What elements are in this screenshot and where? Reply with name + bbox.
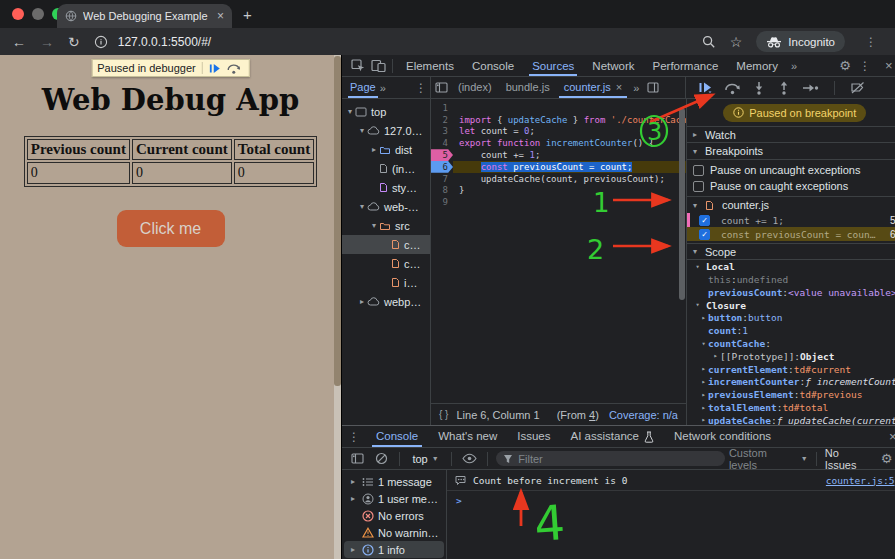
zoom-icon[interactable]: [702, 35, 716, 49]
more-tabs-chevron[interactable]: »: [787, 60, 801, 72]
devtools-menu-icon[interactable]: ⋮: [853, 59, 877, 73]
scope-prop-currentelement[interactable]: ▸currentElement: td#current: [687, 363, 895, 376]
scope-prop-button[interactable]: ▸button: button: [687, 312, 895, 325]
filter-box[interactable]: [496, 451, 725, 466]
coverage-link[interactable]: Coverage: n/a: [609, 409, 678, 421]
console-tab-issues[interactable]: Issues: [507, 426, 560, 447]
step-over-icon[interactable]: [227, 63, 241, 74]
line-number[interactable]: 7: [431, 173, 453, 185]
breakpoint-row-6[interactable]: ✓const previousCount = coun…6: [687, 227, 895, 241]
scope-prop-updatecache[interactable]: ▸updateCache: ƒ updateCache(currentC: [687, 414, 895, 425]
console-message-source-link[interactable]: counter.js:5: [826, 475, 895, 486]
tree-item-sty[interactable]: sty…: [342, 178, 430, 197]
tree-item-top[interactable]: ▾top: [342, 102, 430, 121]
console-sidebar-1-info[interactable]: ▸1 info: [344, 541, 444, 558]
back-button[interactable]: ←: [12, 34, 26, 50]
step-into-button[interactable]: [752, 81, 766, 95]
file-tabs-more-chevron[interactable]: »: [629, 82, 643, 94]
console-tab-network-conditions[interactable]: Network conditions: [664, 426, 781, 447]
forward-button[interactable]: →: [40, 34, 54, 50]
open-editor-icon[interactable]: [643, 82, 663, 93]
scope-prop-count[interactable]: count: 1: [687, 324, 895, 337]
click-me-button[interactable]: Click me: [117, 210, 225, 247]
breakpoint-row-5[interactable]: ✓count += 1;5: [687, 213, 895, 227]
tab-close-icon[interactable]: ×: [217, 9, 224, 23]
scope-prop-countcache[interactable]: ▾countCache:: [687, 337, 895, 350]
file-tab-close-icon[interactable]: ×: [616, 77, 622, 98]
scope-prop-previouscount[interactable]: previousCount: <value unavailable>: [687, 286, 895, 299]
breakpoints-section[interactable]: ▾ Breakpoints: [687, 143, 895, 160]
tree-item-web[interactable]: ▾web-…: [342, 197, 430, 216]
file-tab-bundle-js[interactable]: bundle.js: [499, 77, 557, 98]
step-button[interactable]: [802, 81, 819, 95]
browser-menu-icon[interactable]: ⋮: [859, 35, 883, 49]
step-over-button[interactable]: [724, 81, 741, 95]
console-tab-console[interactable]: Console: [366, 426, 428, 447]
bookmark-star-icon[interactable]: ☆: [730, 34, 743, 50]
scope-prop-prototype[interactable]: ▸[[Prototype]]: Object: [687, 350, 895, 363]
braces-icon[interactable]: { }: [439, 409, 448, 420]
line-number[interactable]: 8: [431, 185, 453, 197]
settings-gear-icon[interactable]: ⚙: [839, 58, 851, 73]
tree-item-dist[interactable]: ▸dist: [342, 140, 430, 159]
line-number[interactable]: 1: [431, 102, 453, 114]
deactivate-breakpoints-button[interactable]: [850, 81, 865, 94]
scope-section[interactable]: ▾ Scope: [687, 243, 895, 260]
custom-levels-dropdown[interactable]: Custom levels▼: [729, 447, 808, 471]
console-sidebar-no-errors[interactable]: No errors: [344, 507, 444, 524]
address-bar[interactable]: 127.0.0.1:5500/#/: [118, 35, 211, 49]
console-prompt[interactable]: >: [447, 491, 895, 509]
line-number[interactable]: 9: [431, 196, 453, 208]
breakpoint-file-group[interactable]: ▾ counter.js: [687, 196, 895, 213]
window-minimize-button[interactable]: [32, 8, 44, 20]
line-number[interactable]: 4: [431, 137, 453, 149]
pause-caught-checkbox[interactable]: [693, 181, 704, 192]
navigator-menu-icon[interactable]: ⋮: [412, 81, 430, 95]
devtools-tab-performance[interactable]: Performance: [644, 56, 728, 76]
console-sidebar-1-message[interactable]: ▸1 message: [344, 473, 444, 490]
console-sidebar-no-warnin[interactable]: No warnin…: [344, 524, 444, 541]
editor-scrollbar-thumb[interactable]: [679, 108, 685, 300]
step-out-button[interactable]: [777, 81, 791, 95]
tree-item-i[interactable]: i…: [342, 273, 430, 292]
devtools-close-icon[interactable]: ×: [879, 58, 895, 73]
console-close-icon[interactable]: ×: [883, 429, 895, 444]
clear-console-icon[interactable]: [372, 452, 392, 465]
navigator-toggle-icon[interactable]: [431, 82, 451, 93]
breakpoint-marker-line-5[interactable]: 5: [431, 149, 453, 161]
tree-item-c[interactable]: c…: [342, 254, 430, 273]
resume-button[interactable]: [698, 81, 713, 94]
devtools-tab-console[interactable]: Console: [463, 56, 523, 76]
eye-icon[interactable]: [460, 453, 480, 464]
watch-section[interactable]: ▸ Watch: [687, 126, 895, 143]
console-tab-what-s-new[interactable]: What's new: [428, 426, 507, 447]
scope-prop-previouselement[interactable]: ▸previousElement: td#previous: [687, 388, 895, 401]
site-info-icon[interactable]: [94, 35, 108, 49]
page-scrollbar-thumb[interactable]: [334, 56, 341, 386]
file-tab-counter-js[interactable]: counter.js×: [557, 77, 630, 98]
code-lines[interactable]: 12import { updateCache } from './counter…: [431, 99, 686, 403]
scope-prop-totalelement[interactable]: ▸totalElement: td#total: [687, 401, 895, 414]
breakpoint-checkbox[interactable]: ✓: [699, 229, 710, 240]
scope-group-local[interactable]: ▾Local: [687, 260, 895, 273]
reload-button[interactable]: ↻: [68, 34, 80, 50]
tree-item-src[interactable]: ▾src: [342, 216, 430, 235]
tree-item-c[interactable]: c…: [342, 235, 430, 254]
file-tab-index[interactable]: (index): [451, 77, 499, 98]
console-tab-ai-assistance[interactable]: AI assistance: [561, 426, 664, 447]
scope-group-closure[interactable]: ▾Closure: [687, 299, 895, 312]
window-close-button[interactable]: [12, 8, 24, 20]
tree-item-127-0[interactable]: ▾127.0…: [342, 121, 430, 140]
breakpoint-marker-line-6[interactable]: 6: [431, 161, 453, 173]
console-sidebar-toggle-icon[interactable]: [348, 453, 368, 464]
line-number[interactable]: 2: [431, 114, 453, 126]
filter-input[interactable]: [518, 453, 718, 465]
page-scrollbar[interactable]: [334, 55, 341, 559]
tree-item-in[interactable]: (in…: [342, 159, 430, 178]
scope-prop-this[interactable]: this: undefined: [687, 273, 895, 286]
new-tab-button[interactable]: +: [243, 6, 252, 23]
console-sidebar-1-user-me[interactable]: ▸1 user me…: [344, 490, 444, 507]
navigator-tab-page[interactable]: Page: [350, 77, 376, 98]
device-toolbar-icon[interactable]: [368, 59, 388, 72]
console-settings-gear-icon[interactable]: ⚙: [881, 451, 893, 466]
